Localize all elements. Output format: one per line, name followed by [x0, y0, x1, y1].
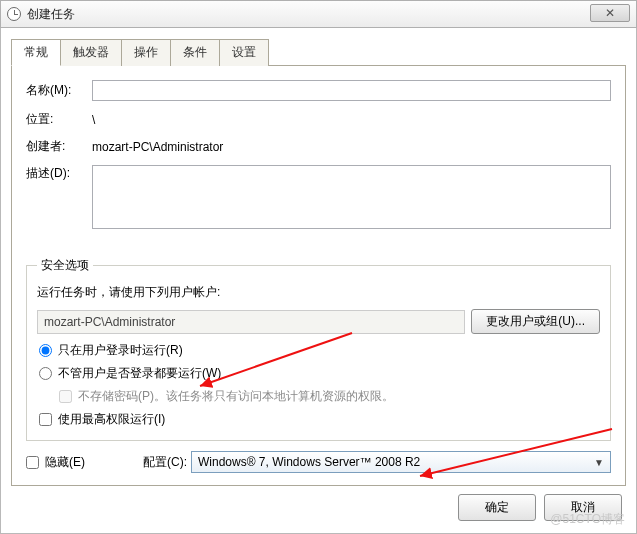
description-label: 描述(D):: [26, 165, 92, 182]
checkbox-hidden[interactable]: [26, 456, 39, 469]
title-bar: 创建任务 ✕: [0, 0, 637, 28]
creator-label: 创建者:: [26, 138, 92, 155]
checkbox-no-store-password-label: 不存储密码(P)。该任务将只有访问本地计算机资源的权限。: [78, 388, 394, 405]
configure-for-combo[interactable]: Windows® 7, Windows Server™ 2008 R2 ▼: [191, 451, 611, 473]
creator-value: mozart-PC\Administrator: [92, 140, 223, 154]
window-body: 常规 触发器 操作 条件 设置 名称(M): 位置: \ 创建者: mozart…: [0, 28, 637, 534]
window-title: 创建任务: [27, 6, 75, 23]
tab-content-general: 名称(M): 位置: \ 创建者: mozart-PC\Administrato…: [11, 66, 626, 486]
cancel-button[interactable]: 取消: [544, 494, 622, 521]
radio-only-logged-on[interactable]: [39, 344, 52, 357]
tab-triggers[interactable]: 触发器: [60, 39, 122, 66]
close-button[interactable]: ✕: [590, 4, 630, 22]
security-legend: 安全选项: [37, 257, 93, 274]
name-label: 名称(M):: [26, 82, 92, 99]
change-user-button[interactable]: 更改用户或组(U)...: [471, 309, 600, 334]
clock-icon: [7, 7, 21, 21]
tab-strip: 常规 触发器 操作 条件 设置: [11, 38, 626, 66]
run-as-label: 运行任务时，请使用下列用户帐户:: [37, 284, 220, 301]
location-label: 位置:: [26, 111, 92, 128]
security-group: 安全选项 运行任务时，请使用下列用户帐户: mozart-PC\Administ…: [26, 257, 611, 441]
name-input[interactable]: [92, 80, 611, 101]
tab-conditions[interactable]: 条件: [170, 39, 220, 66]
close-icon: ✕: [605, 6, 615, 20]
tab-general[interactable]: 常规: [11, 39, 61, 66]
checkbox-highest-priv[interactable]: [39, 413, 52, 426]
ok-button[interactable]: 确定: [458, 494, 536, 521]
checkbox-hidden-label: 隐藏(E): [45, 454, 85, 471]
radio-whether-logged-on[interactable]: [39, 367, 52, 380]
configure-for-label: 配置(C):: [143, 454, 187, 471]
run-as-user: mozart-PC\Administrator: [37, 310, 465, 334]
tab-actions[interactable]: 操作: [121, 39, 171, 66]
checkbox-highest-priv-label: 使用最高权限运行(I): [58, 411, 165, 428]
radio-only-logged-on-label: 只在用户登录时运行(R): [58, 342, 183, 359]
chevron-down-icon: ▼: [594, 457, 604, 468]
configure-for-value: Windows® 7, Windows Server™ 2008 R2: [198, 455, 420, 469]
checkbox-no-store-password: [59, 390, 72, 403]
location-value: \: [92, 113, 95, 127]
description-input[interactable]: [92, 165, 611, 229]
radio-whether-logged-on-label: 不管用户是否登录都要运行(W): [58, 365, 221, 382]
tab-settings[interactable]: 设置: [219, 39, 269, 66]
